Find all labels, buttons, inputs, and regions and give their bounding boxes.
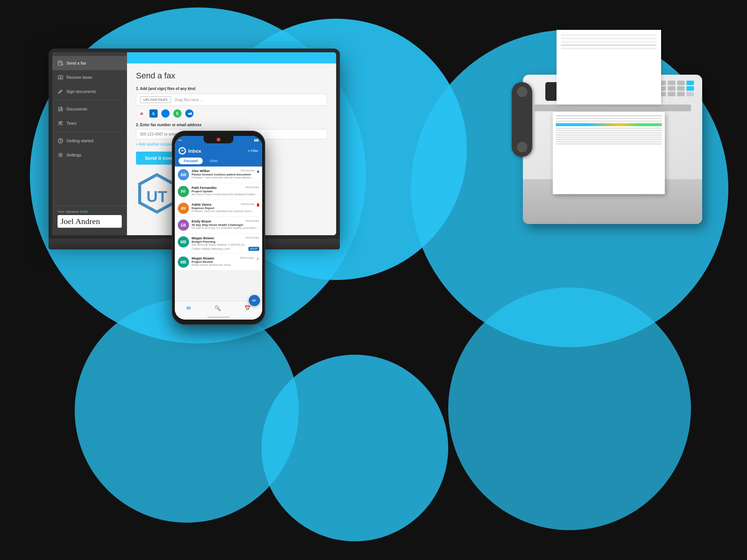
rsvp-badge[interactable]: RSVP bbox=[248, 247, 259, 251]
message-body: Emily Braun Wednesday 30 day Stay Home H… bbox=[192, 220, 259, 231]
compose-icon: ✏ bbox=[252, 298, 257, 304]
message-time: Wednesday bbox=[245, 236, 259, 239]
message-time: Wednesday bbox=[241, 203, 254, 205]
phone-camera bbox=[217, 138, 220, 141]
nav-search-icon[interactable]: 🔍 bbox=[214, 305, 221, 311]
message-item[interactable]: MB Megan Bowen Wednesday Budget Planning… bbox=[175, 234, 262, 254]
upload-files-button[interactable]: UPLOAD FILES bbox=[140, 96, 171, 103]
message-time: Wednesday bbox=[240, 256, 254, 259]
sidebar-label-getting-started: Getting started bbox=[66, 139, 93, 143]
sidebar-item-team[interactable]: Team bbox=[52, 116, 127, 130]
message-body: Alex Wilber Wednesday Please forward Con… bbox=[192, 169, 254, 180]
sidebar-label-team: Team bbox=[66, 121, 77, 125]
google-drive-icon[interactable] bbox=[137, 109, 146, 118]
tab-focused[interactable]: Focused bbox=[179, 158, 203, 164]
message-subject: Expense Report bbox=[192, 206, 254, 210]
getting-started-icon bbox=[58, 138, 63, 144]
phone-tabs: Focused Other bbox=[175, 158, 262, 167]
avatar: EB bbox=[178, 220, 189, 231]
avatar: PF bbox=[178, 186, 189, 197]
message-subject: Budget Planning bbox=[192, 240, 259, 243]
sender-name: Adele Vance bbox=[192, 203, 211, 206]
filter-button[interactable]: ≡ Filter bbox=[248, 149, 258, 153]
phone-inbox-header: ✉ Inbox ≡ Filter bbox=[175, 144, 262, 158]
evernote-icon[interactable]: E bbox=[173, 109, 182, 118]
cloud-4 bbox=[75, 299, 299, 523]
fax-paper-top bbox=[557, 30, 661, 105]
sidebar-divider-2 bbox=[58, 132, 122, 132]
sidebar-item-sign-documents[interactable]: Sign documents bbox=[52, 84, 127, 99]
signature-section: Your signature (edit) Joel Andren bbox=[52, 206, 127, 231]
nav-calendar-icon[interactable]: 📅 bbox=[244, 305, 251, 311]
message-item[interactable]: AV Adele Vance Wednesday Expense Report … bbox=[175, 200, 262, 217]
message-preview: Hi Miriam, I don't have Alex Darrow's em… bbox=[192, 176, 254, 179]
svg-text:UT: UT bbox=[146, 188, 167, 205]
message-preview: Megan Bowen declined the series. bbox=[192, 264, 254, 266]
fax-handset bbox=[512, 82, 532, 157]
signature-text: Joel Andren bbox=[58, 215, 122, 228]
phone-messages-list: AW Alex Wilber Wednesday Please forward … bbox=[175, 167, 262, 301]
message-item[interactable]: MB Megan Bowen Wednesday Project Review … bbox=[175, 254, 262, 271]
send-fax-icon bbox=[58, 60, 63, 66]
declined-icon: ✗ bbox=[256, 257, 259, 268]
message-time: Wednesday bbox=[241, 169, 254, 172]
phone-body: ▪▪▪ WiFi ▮▮▮ ✉ Inbox ≡ Filter bbox=[172, 131, 265, 325]
inbox-title: Inbox bbox=[188, 148, 201, 154]
svg-point-6 bbox=[59, 122, 61, 124]
avatar: MB bbox=[178, 256, 189, 268]
flag-indicator bbox=[257, 203, 259, 206]
fax-keypad bbox=[658, 81, 695, 96]
sender-name: Emily Braun bbox=[192, 220, 211, 223]
message-preview: We need to have a review about the North… bbox=[192, 193, 259, 196]
message-preview: Join Microsoft Teams Meeting +1 469-551-… bbox=[192, 243, 259, 246]
svg-point-9 bbox=[60, 142, 61, 143]
upload-row: UPLOAD FILES Drag files here ... bbox=[136, 94, 327, 106]
dropbox-icon[interactable] bbox=[161, 109, 170, 118]
signal-icon: ▪▪▪ bbox=[179, 139, 182, 142]
cloud-5 bbox=[448, 287, 691, 530]
inbox-title-row: ✉ Inbox bbox=[179, 147, 201, 155]
cloud-6 bbox=[261, 355, 448, 541]
sender-name: Megan Bowen bbox=[192, 236, 214, 240]
inbox-app-icon: ✉ bbox=[179, 147, 186, 155]
documents-icon bbox=[58, 106, 63, 112]
sidebar-divider bbox=[58, 100, 122, 100]
message-subject: 30 day Stay Home Health Challenge! bbox=[192, 223, 259, 227]
sidebar-item-getting-started[interactable]: Getting started bbox=[52, 134, 127, 148]
message-body: Megan Bowen Wednesday Project Review Meg… bbox=[192, 256, 254, 268]
fax-paper-slot bbox=[534, 105, 691, 111]
sender-name: Alex Wilber bbox=[192, 169, 210, 173]
box-icon[interactable]: b bbox=[149, 109, 158, 118]
filter-label: Filter bbox=[251, 149, 258, 153]
phone-home-bar bbox=[175, 314, 262, 320]
top-bar bbox=[127, 52, 336, 63]
nav-mail-icon[interactable]: ✉ bbox=[186, 305, 191, 311]
section1-label: 1. Add (and sign) files of any kind bbox=[136, 87, 327, 91]
avatar: MB bbox=[178, 236, 189, 248]
svg-point-10 bbox=[60, 154, 61, 156]
message-subject: Please forward Contoso patent document bbox=[192, 173, 254, 176]
sidebar-item-send-fax[interactable]: Send a fax bbox=[52, 56, 127, 70]
sidebar-item-settings[interactable]: Settings bbox=[52, 148, 127, 162]
settings-icon bbox=[58, 152, 63, 158]
sidebar-item-documents[interactable]: Documents bbox=[52, 102, 127, 116]
phone-screen: ▪▪▪ WiFi ▮▮▮ ✉ Inbox ≡ Filter bbox=[175, 136, 262, 320]
fax-output-tray bbox=[523, 179, 702, 224]
sign-documents-icon bbox=[58, 88, 63, 94]
svg-point-7 bbox=[61, 121, 62, 123]
message-preview: Do want to be a part of a motivated heal… bbox=[192, 227, 259, 229]
sidebar-label-settings: Settings bbox=[66, 153, 81, 157]
sender-name: Megan Bowen bbox=[192, 256, 214, 260]
team-icon bbox=[58, 120, 63, 126]
tab-other[interactable]: Other bbox=[204, 158, 223, 164]
edit-signature-link[interactable]: edit bbox=[81, 210, 87, 214]
compose-fab-button[interactable]: ✏ bbox=[249, 295, 260, 306]
sidebar-item-receive-faxes[interactable]: Receive faxes bbox=[52, 70, 127, 84]
message-subject: Project Update bbox=[192, 190, 259, 193]
avatar: AV bbox=[178, 203, 189, 214]
phone-notch bbox=[204, 136, 233, 143]
message-item[interactable]: AW Alex Wilber Wednesday Please forward … bbox=[175, 167, 262, 183]
onedrive-icon[interactable] bbox=[185, 109, 193, 118]
message-item[interactable]: PF Patti Fernandez Wednesday Project Upd… bbox=[175, 183, 262, 200]
message-item[interactable]: EB Emily Braun Wednesday 30 day Stay Hom… bbox=[175, 217, 262, 234]
